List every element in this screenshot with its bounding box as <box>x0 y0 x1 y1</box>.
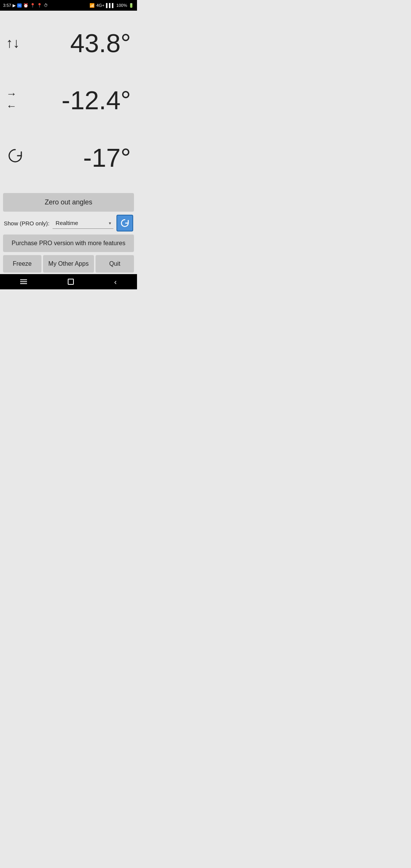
readings-area: ↑↓ 43.8° → ← -12.4° -17° <box>0 11 137 190</box>
freeze-button[interactable]: Freeze <box>3 255 41 273</box>
status-right: 📶 4G+ ▌▌▌ 100% 🔋 <box>89 3 134 8</box>
horizontal-reading-value: -12.4° <box>62 87 131 113</box>
nav-home-button[interactable] <box>60 276 81 288</box>
network-indicator: 4G+ <box>96 3 104 8</box>
arrow-left-icon: ← <box>6 101 17 112</box>
purchase-pro-button[interactable]: Purchase PRO version with more features <box>3 235 134 252</box>
timer-icon: ⏱ <box>44 3 48 8</box>
nav-bar: ‹ <box>0 274 137 289</box>
location-icon: 📍 <box>30 3 35 8</box>
show-pro-select[interactable]: Realtime None <box>53 217 113 229</box>
arrow-right-icon: → <box>6 88 17 100</box>
vertical-reading-row: ↑↓ 43.8° <box>6 30 131 56</box>
controls-area: Zero out angles Show (PRO only): Realtim… <box>0 190 137 274</box>
nord-icon: N <box>17 3 22 8</box>
vertical-arrows-icon: ↑↓ <box>6 35 20 51</box>
status-left: 3:57 ▶ N ⏰ 📍 📍 ⏱ <box>3 3 48 8</box>
main-content: ↑↓ 43.8° → ← -12.4° -17° Zero out angles <box>0 11 137 274</box>
horizontal-arrows-icon: → ← <box>6 88 17 113</box>
show-pro-row: Show (PRO only): Realtime None ▼ <box>3 215 134 231</box>
nav-recent-button[interactable] <box>13 276 35 287</box>
recent-apps-icon <box>20 279 27 284</box>
rotation-reading-row: -17° <box>6 145 131 171</box>
back-icon: ‹ <box>114 278 117 286</box>
show-pro-select-wrapper: Realtime None ▼ <box>53 217 113 229</box>
battery-icon: 🔋 <box>129 3 134 8</box>
status-bar: 3:57 ▶ N ⏰ 📍 📍 ⏱ 📶 4G+ ▌▌▌ 100% 🔋 <box>0 0 137 11</box>
show-pro-label: Show (PRO only): <box>4 220 49 227</box>
wifi-icon: 📶 <box>89 3 95 8</box>
pro-sync-button[interactable] <box>116 215 133 231</box>
bottom-buttons: Freeze My Other Apps Quit <box>3 255 134 273</box>
alarm-icon: ⏰ <box>23 3 29 8</box>
youtube-icon: ▶ <box>13 3 16 8</box>
battery-display: 100% <box>116 3 127 8</box>
rotation-reading-value: -17° <box>83 145 131 171</box>
nav-back-button[interactable]: ‹ <box>107 274 124 289</box>
zero-angles-button[interactable]: Zero out angles <box>3 193 134 212</box>
location2-icon: 📍 <box>37 3 42 8</box>
time-display: 3:57 <box>3 3 11 8</box>
home-icon <box>68 279 74 285</box>
quit-button[interactable]: Quit <box>96 255 134 273</box>
rotation-icon <box>6 147 24 168</box>
horizontal-reading-row: → ← -12.4° <box>6 87 131 113</box>
my-other-apps-button[interactable]: My Other Apps <box>43 255 94 273</box>
vertical-reading-value: 43.8° <box>70 30 131 56</box>
sync-icon <box>120 218 130 228</box>
signal-icon: ▌▌▌ <box>106 3 115 8</box>
